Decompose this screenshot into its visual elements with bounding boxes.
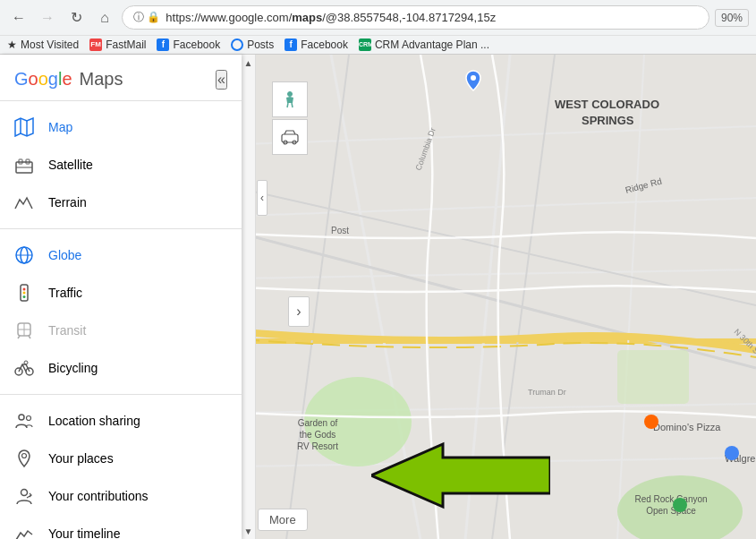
sidebar-item-location-sharing[interactable]: Location sharing [0,402,242,440]
svg-point-12 [23,292,26,295]
expand-panel-button[interactable]: › [288,296,310,327]
bookmark-facebook-2[interactable]: f Facebook [285,38,348,51]
sidebar-item-your-timeline[interactable]: Your timeline [0,515,242,539]
sidebar-item-bicycling-label: Bicycling [48,361,98,375]
facebook-icon: f [157,38,169,51]
sidebar-item-globe[interactable]: Globe [0,236,242,274]
globe-icon [14,245,34,265]
svg-rect-46 [617,350,689,404]
bookmark-most-visited[interactable]: ★ Most Visited [7,38,79,51]
street-view-icon[interactable] [272,81,308,117]
home-button[interactable]: ⌂ [93,6,116,30]
collapse-sidebar-button[interactable]: « [216,70,227,90]
svg-point-23 [27,416,31,421]
map-area[interactable]: WEST COLORADO SPRINGS Villa Sierra Condo… [242,55,756,539]
posts-icon [231,38,243,51]
bookmark-fastmail[interactable]: FM FastMail [89,38,146,51]
bike-icon [14,358,34,378]
sidebar-item-your-contributions[interactable]: Your contributions [0,477,242,515]
scroll-up-arrow[interactable]: ▲ [242,55,256,72]
sidebar-item-location-sharing-label: Location sharing [48,414,140,428]
map-left-arrow[interactable]: ‹ [257,180,268,216]
bookmarks-bar: ★ Most Visited FM FastMail f Facebook Po… [0,35,756,54]
more-button[interactable]: More [258,509,308,531]
security-icon: ⓘ 🔒 [133,10,160,25]
svg-marker-0 [15,118,33,136]
main-content: Google Maps « Map [0,55,756,539]
svg-point-72 [288,92,293,97]
bookmark-label: Most Visited [21,38,79,51]
address-bar[interactable]: ⓘ 🔒 https://www.google.com/maps/@38.8557… [122,5,709,30]
crm-icon: CRM [359,38,371,51]
account-section: Location sharing Your places [0,398,242,539]
green-arrow-annotation [371,440,550,514]
bookmark-label: Facebook [301,38,348,51]
divider-3 [0,394,242,395]
car-icon[interactable] [272,119,308,155]
svg-point-24 [22,454,27,458]
facebook-icon-2: f [285,38,297,51]
svg-marker-78 [371,444,550,507]
transit-icon [14,321,34,340]
svg-line-17 [18,336,20,338]
url-text: https://www.google.com/maps/@38.8557548,… [166,11,698,24]
browser-toolbar: ← → ↻ ⌂ ⓘ 🔒 https://www.google.com/maps/… [0,0,756,35]
google-maps-logo: Google Maps [14,69,123,90]
terrain-icon [14,192,34,212]
pin-icon [14,449,34,468]
forward-button[interactable]: → [36,6,59,30]
maps-wordmark: Maps [80,69,123,90]
reload-button[interactable]: ↻ [64,6,88,30]
svg-point-71 [471,75,476,81]
bookmark-facebook-1[interactable]: f Facebook [157,38,220,51]
timeline-icon [14,524,34,539]
svg-point-25 [21,490,28,496]
map-location-marker [461,68,486,96]
sidebar-header: Google Maps « [0,55,242,97]
sidebar-item-terrain-label: Terrain [48,195,87,210]
browser-chrome: ← → ↻ ⌂ ⓘ 🔒 https://www.google.com/maps/… [0,0,756,55]
svg-point-13 [23,295,26,298]
bookmark-crm[interactable]: CRM CRM Advantage Plan ... [359,38,489,51]
bookmark-posts[interactable]: Posts [231,38,274,51]
svg-text:Garden of: Garden of [298,418,338,428]
svg-text:Truman Dr: Truman Dr [528,388,566,397]
svg-text:Open Space: Open Space [646,506,696,516]
divider-2 [0,228,242,229]
divider-1 [0,100,242,101]
svg-text:WEST COLORADO: WEST COLORADO [555,98,659,111]
sidebar-item-map[interactable]: Map [0,108,242,146]
bookmark-label: Facebook [173,38,220,51]
svg-text:SPRINGS: SPRINGS [582,114,634,127]
sidebar-item-traffic[interactable]: Traffic [0,274,242,312]
sidebar-item-transit[interactable]: Transit [0,312,242,349]
svg-text:Red Rock Canyon: Red Rock Canyon [634,494,707,504]
sidebar-item-globe-label: Globe [48,248,81,262]
layers-section: Globe Traffic [0,233,242,390]
svg-point-22 [19,415,24,420]
sidebar-item-your-places[interactable]: Your places [0,440,242,477]
sidebar-item-your-places-label: Your places [48,451,114,466]
sidebar-item-satellite[interactable]: Satellite [0,146,242,184]
scroll-down-arrow[interactable]: ▼ [242,523,256,539]
sidebar-item-bicycling[interactable]: Bicycling [0,349,242,387]
traffic-icon [14,283,34,303]
satellite-icon [14,155,34,175]
bookmark-label: CRM Advantage Plan ... [375,38,489,51]
svg-text:Post: Post [331,226,349,235]
svg-text:RV Resort: RV Resort [297,441,338,451]
sidebar-item-traffic-label: Traffic [48,286,82,300]
sidebar-item-terrain[interactable]: Terrain [0,184,242,221]
svg-line-18 [29,336,30,338]
svg-line-73 [287,103,288,107]
svg-line-74 [292,103,293,107]
star-icon: ★ [7,38,17,51]
sidebar-item-your-contributions-label: Your contributions [48,489,149,503]
zoom-level: 90% [715,9,749,27]
sidebar: Google Maps « Map [0,55,242,539]
map-type-section: Map Satellite [0,105,242,225]
map-scrollbar[interactable]: ▲ ▼ [242,55,256,539]
back-button[interactable]: ← [7,6,30,30]
sidebar-item-your-timeline-label: Your timeline [48,526,120,539]
people-icon [14,411,34,431]
